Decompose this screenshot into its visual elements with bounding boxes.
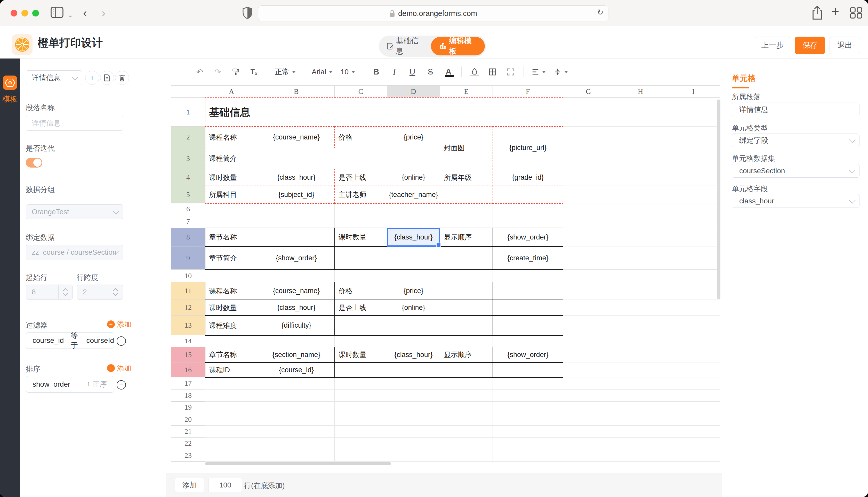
grid-cell[interactable] bbox=[563, 98, 614, 127]
share-icon[interactable] bbox=[812, 6, 823, 20]
row-header-23[interactable]: 23 bbox=[171, 449, 205, 462]
rail-item-label[interactable]: 模板 bbox=[0, 94, 20, 104]
grid-cell[interactable] bbox=[563, 203, 614, 215]
sheet-cell[interactable]: {online} bbox=[387, 169, 440, 186]
sheet-cell[interactable]: {online} bbox=[387, 300, 440, 316]
grid-cell[interactable] bbox=[493, 449, 563, 462]
grid-cell[interactable] bbox=[667, 169, 720, 186]
grid-cell[interactable] bbox=[335, 203, 387, 215]
font-select[interactable]: Arial bbox=[312, 65, 333, 79]
window-minimize-button[interactable] bbox=[22, 10, 28, 16]
grid-cell[interactable] bbox=[387, 402, 440, 413]
sheet-cell[interactable]: {class_hour} bbox=[258, 300, 335, 316]
grid-cell[interactable] bbox=[335, 438, 387, 449]
grid-cell[interactable] bbox=[563, 426, 614, 438]
sheet-cell[interactable]: 课程名称 bbox=[205, 282, 258, 300]
grid-cell[interactable] bbox=[258, 413, 335, 426]
grid-cell[interactable] bbox=[667, 347, 720, 363]
rail-item-template[interactable] bbox=[3, 75, 17, 90]
sheet-cell[interactable]: {subject_id} bbox=[258, 186, 335, 204]
row-header-16[interactable]: 16 bbox=[171, 363, 205, 378]
grid-cell[interactable] bbox=[563, 148, 614, 169]
sheet-cell[interactable] bbox=[493, 282, 563, 300]
grid-cell[interactable] bbox=[205, 389, 258, 402]
sheet-cell[interactable]: 显示顺序 bbox=[440, 228, 493, 247]
sidebar-toggle-icon[interactable] bbox=[51, 7, 64, 18]
strikethrough-button[interactable]: S bbox=[425, 65, 436, 79]
sheet-cell[interactable]: {show_order} bbox=[493, 228, 563, 247]
grid-cell[interactable] bbox=[667, 389, 720, 402]
column-header-I[interactable]: I bbox=[667, 85, 720, 98]
row-header-11[interactable]: 11 bbox=[171, 282, 205, 300]
sheet-cell[interactable] bbox=[440, 315, 493, 336]
sheet-cell[interactable]: {course_name} bbox=[258, 126, 335, 148]
grid-cell[interactable] bbox=[563, 246, 614, 270]
tab-cell[interactable]: 单元格 bbox=[732, 73, 756, 84]
grid-cell[interactable] bbox=[387, 270, 440, 282]
sheet-cell[interactable]: {show_order} bbox=[493, 347, 563, 363]
sheet-cell[interactable]: {difficulty} bbox=[258, 315, 335, 336]
sheet-cell[interactable] bbox=[440, 282, 493, 300]
sheet-cell[interactable]: 课程名称 bbox=[205, 126, 258, 148]
para-name-input[interactable]: 详情信息 bbox=[26, 116, 123, 131]
grid-cell[interactable] bbox=[614, 300, 667, 315]
column-header-D[interactable]: D bbox=[387, 85, 440, 98]
grid-cell[interactable] bbox=[387, 389, 440, 402]
sheet-cell[interactable]: 所属科目 bbox=[205, 186, 258, 204]
grid-cell[interactable] bbox=[258, 449, 335, 462]
grid-cell[interactable] bbox=[205, 413, 258, 426]
grid-cell[interactable] bbox=[387, 203, 440, 215]
grid-cell[interactable] bbox=[614, 282, 667, 300]
sheet-cell[interactable]: {create_time} bbox=[493, 246, 563, 270]
sheet-cell[interactable]: 价格 bbox=[334, 126, 387, 148]
grid-cell[interactable] bbox=[563, 270, 614, 282]
row-header-17[interactable]: 17 bbox=[171, 378, 205, 389]
grid-cell[interactable] bbox=[493, 203, 563, 215]
grid-cell[interactable] bbox=[335, 449, 387, 462]
sheet-cell[interactable]: {picture_url} bbox=[493, 126, 563, 169]
row-header-7[interactable]: 7 bbox=[171, 215, 205, 228]
sheet-cell[interactable]: {section_name} bbox=[258, 347, 335, 363]
sheet-cell[interactable] bbox=[493, 362, 563, 378]
grid-cell[interactable] bbox=[667, 270, 720, 282]
grid-cell[interactable] bbox=[563, 413, 614, 426]
grid-cell[interactable] bbox=[258, 270, 335, 282]
grid-cell[interactable] bbox=[563, 228, 614, 246]
sheet-cell[interactable]: 是否上线 bbox=[334, 300, 387, 316]
sheet-cell[interactable] bbox=[493, 300, 563, 316]
grid-cell[interactable] bbox=[205, 215, 258, 228]
sheet-cell[interactable] bbox=[493, 315, 563, 336]
data-group-select[interactable]: OrangeTest bbox=[26, 204, 123, 219]
column-header-H[interactable]: H bbox=[614, 85, 667, 98]
grid-cell[interactable] bbox=[667, 363, 720, 378]
grid-cell[interactable] bbox=[387, 413, 440, 426]
cell-type-select[interactable]: 绑定字段 bbox=[732, 133, 859, 147]
row-header-9[interactable]: 9 bbox=[171, 246, 205, 270]
grid-cell[interactable] bbox=[614, 426, 667, 438]
column-header-G[interactable]: G bbox=[563, 85, 614, 98]
sheet-cell[interactable]: 显示顺序 bbox=[440, 347, 493, 363]
row-header-18[interactable]: 18 bbox=[171, 389, 205, 402]
row-header-12[interactable]: 12 bbox=[171, 300, 205, 315]
sheet-cell[interactable] bbox=[334, 246, 387, 270]
stepper-arrows[interactable] bbox=[58, 285, 72, 299]
sheet-cell[interactable]: 主讲老师 bbox=[334, 186, 387, 204]
sheet-cell[interactable]: 课时数量 bbox=[205, 169, 258, 186]
grid-cell[interactable] bbox=[614, 246, 667, 270]
exit-button[interactable]: 退出 bbox=[829, 37, 860, 54]
grid-cell[interactable] bbox=[387, 449, 440, 462]
grid-cell[interactable] bbox=[440, 449, 493, 462]
filter-row[interactable]: course_id 等于 courseId bbox=[26, 332, 114, 349]
format-select[interactable]: 正常 bbox=[275, 65, 296, 79]
grid-cell[interactable] bbox=[440, 203, 493, 215]
save-button[interactable]: 保存 bbox=[795, 37, 825, 54]
prev-step-button[interactable]: 上一步 bbox=[755, 37, 790, 54]
sheet-cell[interactable]: {course_id} bbox=[258, 362, 335, 378]
sheet-cell[interactable]: {class_hour} bbox=[387, 347, 440, 363]
row-header-20[interactable]: 20 bbox=[171, 413, 205, 426]
grid-cell[interactable] bbox=[205, 438, 258, 449]
column-header-F[interactable]: F bbox=[493, 85, 563, 98]
sheet-cell[interactable]: {grade_id} bbox=[493, 169, 563, 186]
tab-basic-info[interactable]: 基础信息 bbox=[379, 36, 431, 56]
sheet-cell[interactable]: {course_name} bbox=[258, 282, 335, 300]
